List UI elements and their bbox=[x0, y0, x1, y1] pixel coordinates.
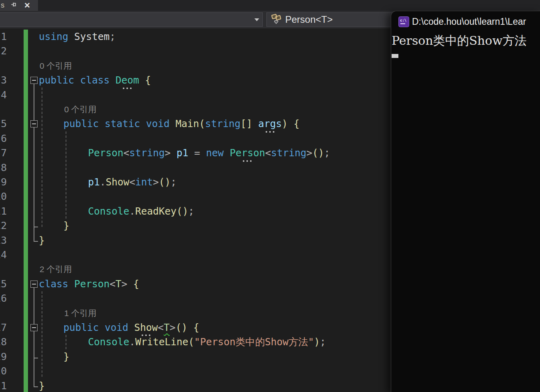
code-token: public bbox=[64, 117, 99, 131]
code-token: > bbox=[165, 146, 177, 160]
code-token: string bbox=[271, 146, 306, 160]
code-token: ; bbox=[324, 146, 330, 160]
code-token: args bbox=[258, 117, 282, 131]
code-line[interactable] bbox=[0, 364, 391, 378]
code-token: public bbox=[39, 73, 74, 88]
code-line[interactable] bbox=[0, 131, 391, 146]
codelens-references-link[interactable]: 0 个引用 bbox=[0, 59, 391, 73]
code-line[interactable]: class Person<T> { bbox=[0, 277, 391, 291]
pin-button[interactable] bbox=[9, 1, 18, 10]
code-token: < bbox=[124, 146, 130, 160]
code-token: public bbox=[64, 320, 99, 335]
codelens-references-link[interactable]: 0 个引用 bbox=[0, 102, 391, 117]
code-token bbox=[99, 117, 105, 131]
collapse-region-button[interactable] bbox=[30, 324, 38, 331]
code-token: Person bbox=[88, 146, 124, 160]
code-token: string bbox=[205, 117, 241, 131]
code-token: void bbox=[146, 117, 170, 131]
collapse-region-button[interactable] bbox=[30, 77, 38, 84]
code-token: { bbox=[133, 277, 139, 291]
collapse-region-button[interactable] bbox=[30, 281, 38, 288]
indent-guide bbox=[42, 291, 42, 377]
code-token: { bbox=[294, 117, 300, 131]
code-token: . bbox=[129, 204, 135, 219]
code-line[interactable] bbox=[0, 161, 391, 175]
code-token: ; bbox=[171, 175, 177, 189]
close-tab-button[interactable]: ✕ bbox=[23, 1, 32, 10]
code-line[interactable]: Console.WriteLine("Person类中的Show方法"); bbox=[0, 335, 391, 349]
outlining-guide bbox=[34, 386, 38, 387]
code-line[interactable]: public static void Main(string[] args) { bbox=[0, 117, 391, 131]
code-token: } bbox=[39, 233, 45, 248]
code-line[interactable]: } bbox=[0, 219, 391, 233]
project-type-dropdown[interactable] bbox=[0, 12, 263, 27]
collapse-region-button[interactable] bbox=[30, 120, 38, 127]
code-token bbox=[99, 320, 105, 335]
code-token: > bbox=[306, 146, 312, 160]
code-line[interactable]: using System; bbox=[0, 30, 391, 44]
code-token: Console bbox=[88, 335, 129, 349]
console-cursor-block bbox=[392, 54, 398, 58]
code-line[interactable] bbox=[0, 88, 391, 102]
code-line[interactable]: public void Show<T>() { bbox=[0, 320, 391, 335]
indent-guide bbox=[42, 88, 42, 227]
code-token: () bbox=[312, 146, 324, 160]
code-token: ( bbox=[199, 117, 205, 131]
codelens-references-link[interactable]: 1 个引用 bbox=[0, 306, 391, 320]
code-token: ReadKey bbox=[135, 204, 176, 219]
code-token: > bbox=[122, 277, 134, 291]
code-line[interactable]: p1.Show<int>(); bbox=[0, 175, 391, 189]
code-token: Person bbox=[230, 146, 265, 160]
console-output-text: Person类中的Show方法 bbox=[392, 33, 526, 49]
code-line[interactable] bbox=[0, 189, 391, 204]
document-tab-strip: s ✕ bbox=[0, 0, 540, 11]
code-token: { bbox=[145, 73, 151, 88]
code-token bbox=[170, 117, 176, 131]
code-token: p1 bbox=[88, 175, 100, 189]
chevron-down-icon bbox=[254, 18, 259, 21]
code-line[interactable]: Person<string> p1 = new Person<string>()… bbox=[0, 146, 391, 160]
code-token: } bbox=[64, 350, 70, 364]
console-window[interactable]: c:\ D:\code.hou\out\learn1\Lear Person类中… bbox=[391, 11, 540, 392]
code-token bbox=[288, 117, 294, 131]
code-token: . bbox=[129, 335, 135, 349]
code-line[interactable]: Console.ReadKey(); bbox=[0, 204, 391, 219]
code-token bbox=[187, 320, 193, 335]
outlining-guide bbox=[34, 241, 38, 242]
indent-guide bbox=[66, 131, 66, 219]
code-token: . bbox=[100, 175, 106, 189]
code-token: using bbox=[39, 30, 68, 44]
code-token: static bbox=[105, 117, 140, 131]
code-line[interactable] bbox=[0, 248, 391, 262]
code-token: > bbox=[170, 320, 176, 335]
code-editor[interactable]: 1using System;20 个引用3public class Deom {… bbox=[0, 28, 391, 392]
code-token: } bbox=[64, 219, 70, 233]
outlining-guide bbox=[34, 227, 38, 227]
code-token: new bbox=[206, 146, 224, 160]
codelens-references-link[interactable]: 2 个引用 bbox=[0, 262, 391, 277]
code-line[interactable]: public class Deom { bbox=[0, 73, 391, 88]
code-token: ; bbox=[188, 204, 194, 219]
code-token: class bbox=[80, 73, 110, 88]
console-title-bar[interactable]: c:\ D:\code.hou\out\learn1\Lear bbox=[391, 11, 540, 31]
code-line[interactable] bbox=[0, 291, 391, 306]
code-token bbox=[74, 73, 80, 88]
class-icon bbox=[271, 13, 283, 26]
code-token bbox=[252, 117, 258, 131]
code-line[interactable]: } bbox=[0, 379, 391, 392]
code-token: void bbox=[105, 320, 128, 335]
code-token: WriteLine bbox=[135, 335, 188, 349]
console-app-icon: c:\ bbox=[398, 16, 409, 27]
code-line[interactable]: } bbox=[0, 233, 391, 248]
code-token: ) bbox=[282, 117, 288, 131]
code-token: Deom bbox=[116, 73, 139, 88]
tab-filename-fragment: s bbox=[1, 0, 4, 11]
document-tab[interactable]: s ✕ bbox=[0, 0, 38, 11]
code-token: ) bbox=[314, 335, 320, 349]
code-line[interactable]: } bbox=[0, 350, 391, 364]
code-token: < bbox=[265, 146, 271, 160]
code-line[interactable] bbox=[0, 44, 391, 58]
code-token: ; bbox=[320, 335, 326, 349]
pin-icon bbox=[10, 2, 17, 9]
code-token: > bbox=[153, 175, 159, 189]
